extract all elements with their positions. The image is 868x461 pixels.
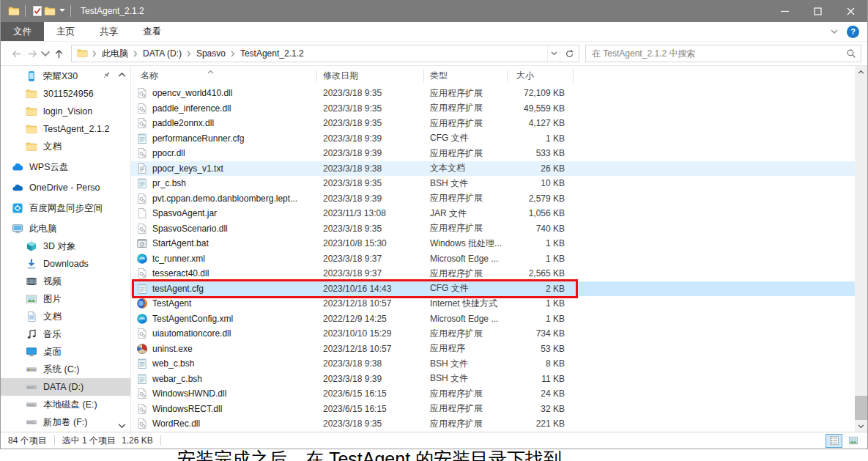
menu-tab-home[interactable]: 主页 (44, 22, 87, 41)
file-row[interactable]: pvt.cppan.demo.danbloomberg.lept...2023/… (131, 191, 855, 207)
sidebar-item-label: 视频 (43, 276, 62, 288)
qat-dropdown-icon[interactable] (59, 8, 65, 15)
sidebar-item[interactable]: 3011524956 (1, 85, 130, 103)
sidebar-item[interactable]: 3D 对象 (1, 237, 130, 255)
sidebar-item[interactable]: login_Vision (1, 103, 130, 120)
column-header-size[interactable]: 大小 (508, 69, 574, 83)
window-title: TestAgent_2.1.2 (81, 6, 144, 16)
file-row[interactable]: performanceRunner.cfg2023/3/18 9:39CFG 文… (131, 131, 855, 147)
sidebar-item[interactable]: 本地磁盘 (E:) (1, 396, 130, 413)
sidebar-item[interactable]: 此电脑 (1, 220, 130, 237)
file-name: ppocr.dll (152, 148, 185, 158)
sidebar-item[interactable]: 音乐 (1, 325, 130, 343)
address-bar[interactable]: 此电脑DATA (D:)SpasvoTestAgent_2.1.2 (71, 45, 579, 62)
sidebar-item[interactable]: 文档 (1, 308, 130, 325)
sidebar-item[interactable]: WPS云盘 (1, 158, 130, 176)
file-size: 533 KB (508, 148, 574, 158)
recent-locations-icon[interactable] (40, 45, 51, 62)
file-row[interactable]: WordRec.dll2023/3/18 9:35应用程序扩展221 KB (131, 416, 855, 432)
sidebar-item[interactable]: 视频 (1, 273, 130, 290)
address-dropdown-icon[interactable] (547, 45, 560, 62)
sidebar-item[interactable]: OneDrive - Perso (1, 179, 130, 196)
page-file-icon (136, 207, 148, 219)
file-name: tc_runner.xml (152, 254, 205, 264)
file-row[interactable]: WindowsHWND.dll2023/6/15 16:15应用程序扩展24 K… (131, 386, 855, 402)
file-type: Windows 批处理... (424, 237, 508, 250)
file-name: SpasvoScenario.dll (152, 224, 228, 234)
sidebar-item[interactable]: 新加卷 (F:) (1, 413, 130, 431)
scroll-up-icon[interactable] (855, 66, 867, 77)
file-row[interactable]: TestAgentConfig.xml2022/12/9 14:25Micros… (131, 311, 855, 327)
file-row[interactable]: pr_c.bsh2023/3/18 9:35BSH 文件10 KB (131, 176, 855, 191)
file-row[interactable]: webar_c.bsh2023/3/18 9:39BSH 文件11 KB (131, 372, 855, 387)
sidebar-item[interactable]: DATA (D:) (1, 378, 130, 396)
refresh-icon[interactable] (560, 45, 579, 62)
search-icon[interactable] (842, 48, 861, 59)
dll-file-icon (136, 147, 148, 159)
file-row[interactable]: tc_runner.xml2023/3/18 9:37Microsoft Edg… (131, 251, 855, 267)
breadcrumb-segment[interactable]: DATA (D:) (139, 48, 185, 59)
sidebar-item[interactable]: 桌面 (1, 343, 130, 361)
file-date: 2023/12/18 10:57 (317, 344, 424, 354)
sidebar-item[interactable]: 荣耀X30 (1, 67, 130, 85)
file-row[interactable]: paddle2onnx.dll2023/3/18 9:35应用程序扩展4,127… (131, 116, 855, 131)
file-row[interactable]: SpasvoAgent.jar2023/11/3 13:08JAR 文件1,05… (131, 206, 855, 221)
file-row[interactable]: SpasvoScenario.dll2023/3/18 9:35应用程序扩展74… (131, 221, 855, 237)
back-button[interactable] (8, 45, 24, 62)
file-row[interactable]: StartAgent.bat2023/10/8 15:30Windows 批处理… (131, 236, 855, 251)
sidebar-item[interactable]: 系统 (C:) (1, 361, 130, 378)
search-input[interactable] (586, 48, 842, 59)
vertical-scrollbar[interactable] (855, 66, 867, 432)
help-icon[interactable]: ? (847, 26, 859, 38)
minimize-button[interactable] (768, 0, 801, 22)
up-button[interactable] (51, 45, 67, 62)
sidebar-item-label: 文档 (43, 141, 62, 153)
file-list-pane: 名称修改日期类型大小 opencv_world410.dll2023/3/18 … (131, 66, 867, 432)
file-type: 应用程序扩展 (424, 402, 508, 415)
breadcrumb-segment[interactable]: TestAgent_2.1.2 (237, 48, 308, 59)
file-row[interactable]: WindowsRECT.dll2023/6/15 16:15应用程序扩展32 K… (131, 402, 855, 417)
cube-icon (25, 240, 37, 253)
sidebar-item[interactable]: 图片 (1, 290, 130, 308)
sidebar-item[interactable]: 百度网盘同步空间 (1, 199, 130, 217)
forward-button[interactable] (24, 45, 40, 62)
sidebar-item[interactable]: Downloads (1, 255, 130, 273)
file-row[interactable]: paddle_inference.dll2023/3/18 9:35应用程序扩展… (131, 101, 855, 117)
menu-tab-share[interactable]: 共享 (87, 22, 130, 41)
ribbon-collapse-icon[interactable] (831, 22, 838, 41)
sidebar-item[interactable]: 文档 (1, 138, 130, 155)
breadcrumb: 此电脑DATA (D:)SpasvoTestAgent_2.1.2 (72, 45, 547, 62)
file-row[interactable]: testAgent.cfg2023/10/16 14:43CFG 文件2 KB (131, 281, 855, 297)
thumbnail-view-button[interactable] (845, 434, 861, 448)
sidebar-item-label: 荣耀X30 (43, 70, 78, 83)
file-row[interactable]: uiautomationcore.dll2023/10/10 15:29应用程序… (131, 326, 855, 342)
file-row[interactable]: web_c.bsh2023/3/18 9:38BSH 文件8 KB (131, 356, 855, 372)
column-header-name[interactable]: 名称 (131, 69, 317, 83)
menu-tab-file[interactable]: 文件 (1, 22, 44, 41)
dll-file-icon (136, 103, 148, 114)
file-row[interactable]: uninst.exe2023/12/18 10:57应用程序53 KB (131, 342, 855, 357)
column-header-date[interactable]: 修改日期 (317, 69, 424, 83)
file-type: 应用程序扩展 (424, 192, 508, 204)
properties-check-icon[interactable] (31, 5, 43, 18)
breadcrumb-segment[interactable]: 此电脑 (98, 48, 132, 60)
drive-icon (25, 416, 37, 429)
menu-tab-view[interactable]: 查看 (130, 22, 174, 41)
file-row[interactable]: opencv_world410.dll2023/3/18 9:35应用程序扩展7… (131, 86, 855, 101)
details-view-button[interactable] (826, 434, 842, 448)
file-row[interactable]: ppocr_keys_v1.txt2023/3/18 9:38文本文档26 KB (131, 161, 855, 177)
file-row[interactable]: TestAgent2023/12/18 10:57Internet 快捷方式1 … (131, 296, 855, 311)
close-button[interactable] (834, 0, 867, 22)
breadcrumb-segment[interactable]: Spasvo (193, 48, 229, 59)
folder-icon (25, 88, 37, 100)
file-row[interactable]: ppocr.dll2023/3/18 9:39应用程序扩展533 KB (131, 146, 855, 161)
file-size: 1 KB (508, 254, 574, 264)
maximize-button[interactable] (801, 0, 834, 22)
new-folder-icon[interactable] (43, 5, 56, 18)
scroll-down-icon[interactable] (855, 421, 867, 432)
quick-access-toolbar (1, 0, 76, 22)
scrollbar-thumb[interactable] (855, 396, 867, 420)
file-row[interactable]: tesseract40.dll2023/3/18 9:37应用程序扩展2,565… (131, 266, 855, 281)
sidebar-item[interactable]: TestAgent_2.1.2 (1, 120, 130, 138)
column-header-type[interactable]: 类型 (424, 69, 508, 83)
